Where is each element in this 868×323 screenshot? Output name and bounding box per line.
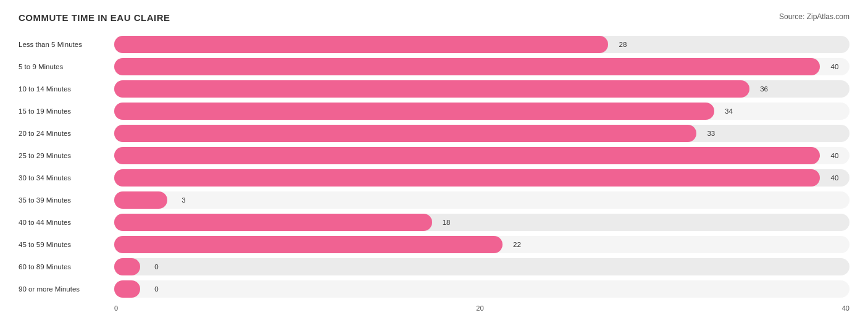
bar-value: 22 — [513, 241, 521, 248]
bar-fill: 18 — [114, 214, 432, 231]
bar-label: 20 to 24 Minutes — [19, 130, 114, 137]
bar-fill: 0 — [114, 258, 140, 275]
bar-value: 0 — [154, 285, 158, 293]
bar-track: 40 — [114, 169, 849, 187]
bar-fill: 0 — [114, 280, 140, 298]
chart-area: Less than 5 Minutes285 to 9 Minutes4010 … — [19, 34, 849, 312]
bar-fill: 28 — [114, 36, 608, 53]
bar-track: 22 — [114, 236, 849, 253]
bar-value: 40 — [831, 152, 839, 159]
bar-row: 20 to 24 Minutes33 — [19, 123, 849, 144]
bar-label: 35 to 39 Minutes — [19, 196, 114, 204]
x-tick: 0 — [114, 304, 118, 312]
bar-label: 10 to 14 Minutes — [19, 85, 114, 93]
bar-fill: 34 — [114, 103, 714, 120]
bar-fill: 40 — [114, 58, 820, 75]
bar-value: 34 — [725, 107, 733, 115]
chart-container: COMMUTE TIME IN EAU CLAIRE Source: ZipAt… — [19, 12, 849, 312]
bar-row: 10 to 14 Minutes36 — [19, 78, 849, 99]
bar-track: 40 — [114, 58, 849, 75]
bar-row: 35 to 39 Minutes3 — [19, 190, 849, 211]
bar-track: 28 — [114, 36, 849, 53]
bar-track: 40 — [114, 147, 849, 164]
bar-value: 36 — [760, 85, 768, 93]
bar-track: 3 — [114, 191, 849, 209]
bar-row: 15 to 19 Minutes34 — [19, 101, 849, 122]
bar-row: 45 to 59 Minutes22 — [19, 234, 849, 255]
bar-row: Less than 5 Minutes28 — [19, 34, 849, 55]
bar-row: 90 or more Minutes0 — [19, 279, 849, 300]
bar-label: Less than 5 Minutes — [19, 41, 114, 48]
bar-fill: 33 — [114, 125, 696, 142]
bar-track: 34 — [114, 103, 849, 120]
bar-label: 40 to 44 Minutes — [19, 219, 114, 226]
bar-fill: 40 — [114, 169, 820, 187]
bar-label: 15 to 19 Minutes — [19, 107, 114, 115]
bar-fill: 22 — [114, 236, 503, 253]
x-axis: 02040 — [114, 304, 849, 312]
chart-title: COMMUTE TIME IN EAU CLAIRE — [19, 12, 170, 23]
chart-rows: Less than 5 Minutes285 to 9 Minutes4010 … — [19, 34, 849, 300]
bar-track: 0 — [114, 280, 849, 298]
bar-row: 30 to 34 Minutes40 — [19, 167, 849, 188]
x-axis-labels: 02040 — [114, 304, 849, 312]
bar-value: 28 — [619, 41, 627, 48]
source-label: Source: ZipAtlas.com — [779, 12, 849, 21]
bar-label: 60 to 89 Minutes — [19, 263, 114, 271]
bar-fill: 3 — [114, 191, 167, 209]
bar-track: 18 — [114, 214, 849, 231]
bar-value: 40 — [831, 174, 839, 182]
x-tick: 20 — [476, 304, 483, 312]
header-row: COMMUTE TIME IN EAU CLAIRE Source: ZipAt… — [19, 12, 849, 23]
bar-label: 5 to 9 Minutes — [19, 63, 114, 70]
bar-value: 40 — [831, 63, 839, 70]
bar-label: 25 to 29 Minutes — [19, 152, 114, 159]
bar-row: 40 to 44 Minutes18 — [19, 212, 849, 233]
bar-label: 90 or more Minutes — [19, 285, 114, 293]
bar-value: 33 — [707, 130, 715, 137]
bar-label: 30 to 34 Minutes — [19, 174, 114, 182]
bar-value: 3 — [182, 196, 185, 204]
bar-label: 45 to 59 Minutes — [19, 241, 114, 248]
x-tick: 40 — [842, 304, 849, 312]
bar-value: 0 — [154, 263, 158, 271]
bar-row: 60 to 89 Minutes0 — [19, 256, 849, 277]
bar-row: 25 to 29 Minutes40 — [19, 145, 849, 166]
bar-fill: 36 — [114, 80, 749, 98]
bar-row: 5 to 9 Minutes40 — [19, 56, 849, 77]
bar-fill: 40 — [114, 147, 820, 164]
bar-track: 36 — [114, 80, 849, 98]
bar-track: 0 — [114, 258, 849, 275]
bar-value: 18 — [443, 219, 451, 226]
bar-track: 33 — [114, 125, 849, 142]
